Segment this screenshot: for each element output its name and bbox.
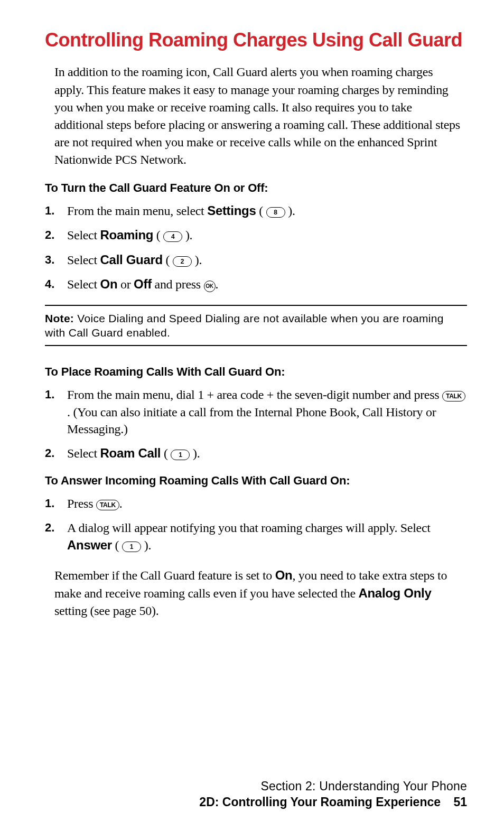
key-4-icon: 4 <box>163 231 182 242</box>
bold-text: Call Guard <box>100 253 163 267</box>
text: ). <box>182 228 192 242</box>
text: or <box>117 277 134 291</box>
text: From the main menu, dial 1 + area code +… <box>67 388 442 402</box>
footer-title: 2D: Controlling Your Roaming Experience <box>199 795 441 809</box>
text: A dialog will appear notifying you that … <box>67 521 431 535</box>
subheading-answer-calls: To Answer Incoming Roaming Calls With Ca… <box>45 474 467 488</box>
step-number: 2. <box>45 445 67 461</box>
text: From the main menu, select <box>67 204 207 218</box>
bold-text: Settings <box>207 203 256 218</box>
text: . <box>119 497 123 510</box>
bold-text: Answer <box>67 538 112 552</box>
page-number: 51 <box>453 795 467 809</box>
key-1-icon: 1 <box>122 542 141 552</box>
list-item: 2. Select Roaming ( 4 ). <box>45 227 467 244</box>
step-body: From the main menu, dial 1 + area code +… <box>67 386 467 437</box>
steps-turn-on-off: 1. From the main menu, select Settings (… <box>45 202 467 293</box>
key-8-icon: 8 <box>266 207 285 218</box>
step-body: A dialog will appear notifying you that … <box>67 519 467 554</box>
document-page: Controlling Roaming Charges Using Call G… <box>0 0 504 840</box>
bold-text: Analog Only <box>358 586 431 600</box>
step-number: 1. <box>45 202 67 219</box>
list-item: 1. From the main menu, select Settings (… <box>45 202 467 219</box>
text: setting (see page 50). <box>54 604 158 618</box>
step-number: 1. <box>45 495 67 511</box>
text: Press <box>67 497 96 510</box>
footer-subsection: 2D: Controlling Your Roaming Experience … <box>199 795 467 809</box>
subheading-place-calls: To Place Roaming Calls With Call Guard O… <box>45 365 467 379</box>
text: . (You can also initiate a call from the… <box>67 405 436 436</box>
step-number: 4. <box>45 276 67 292</box>
step-number: 1. <box>45 386 67 403</box>
text: ( <box>112 538 122 552</box>
text: ( <box>161 446 171 460</box>
text: ( <box>256 204 266 218</box>
list-item: 1. Press TALK. <box>45 495 467 512</box>
note-label: Note: <box>45 312 74 324</box>
note-text: Voice Dialing and Speed Dialing are not … <box>45 312 444 339</box>
list-item: 4. Select On or Off and press OK. <box>45 276 467 293</box>
text: ). <box>285 204 295 218</box>
step-number: 3. <box>45 251 67 268</box>
bold-text: On <box>100 277 118 291</box>
step-body: From the main menu, select Settings ( 8 … <box>67 202 467 219</box>
list-item: 2. A dialog will appear notifying you th… <box>45 519 467 554</box>
list-item: 2. Select Roam Call ( 1 ). <box>45 445 467 462</box>
key-1-icon: 1 <box>171 450 190 460</box>
step-number: 2. <box>45 519 67 536</box>
key-ok-icon: OK <box>204 281 216 292</box>
list-item: 1. From the main menu, dial 1 + area cod… <box>45 386 467 437</box>
page-title: Controlling Roaming Charges Using Call G… <box>45 29 467 51</box>
key-talk-icon: TALK <box>96 500 119 510</box>
text: Select <box>67 446 100 460</box>
page-footer: Section 2: Understanding Your Phone 2D: … <box>199 779 467 809</box>
list-item: 3. Select Call Guard ( 2 ). <box>45 251 467 268</box>
step-number: 2. <box>45 227 67 243</box>
footer-section: Section 2: Understanding Your Phone <box>199 779 467 794</box>
bold-text: Roaming <box>100 228 154 242</box>
step-body: Select Roam Call ( 1 ). <box>67 445 467 462</box>
text: ). <box>141 538 151 552</box>
steps-answer-calls: 1. Press TALK. 2. A dialog will appear n… <box>45 495 467 554</box>
text: Select <box>67 277 100 291</box>
text: Remember if the Call Guard feature is se… <box>54 568 275 582</box>
text: ). <box>192 253 202 267</box>
step-body: Select Call Guard ( 2 ). <box>67 251 467 268</box>
text: Select <box>67 253 100 267</box>
text: Select <box>67 228 100 242</box>
step-body: Select On or Off and press OK. <box>67 276 467 293</box>
text: and press <box>152 277 204 291</box>
step-body: Press TALK. <box>67 495 467 512</box>
text: ). <box>190 446 200 460</box>
outro-paragraph: Remember if the Call Guard feature is se… <box>54 566 462 620</box>
steps-place-calls: 1. From the main menu, dial 1 + area cod… <box>45 386 467 462</box>
intro-paragraph: In addition to the roaming icon, Call Gu… <box>54 63 462 169</box>
text: ( <box>163 253 173 267</box>
bold-text: On <box>275 568 293 582</box>
note-box: Note: Voice Dialing and Speed Dialing ar… <box>45 305 467 347</box>
step-body: Select Roaming ( 4 ). <box>67 227 467 244</box>
key-2-icon: 2 <box>173 256 192 267</box>
text: ( <box>153 228 163 242</box>
text: . <box>216 277 219 291</box>
bold-text: Roam Call <box>100 446 161 460</box>
subheading-turn-on-off: To Turn the Call Guard Feature On or Off… <box>45 181 467 195</box>
bold-text: Off <box>134 277 152 291</box>
key-talk-icon: TALK <box>442 391 465 402</box>
